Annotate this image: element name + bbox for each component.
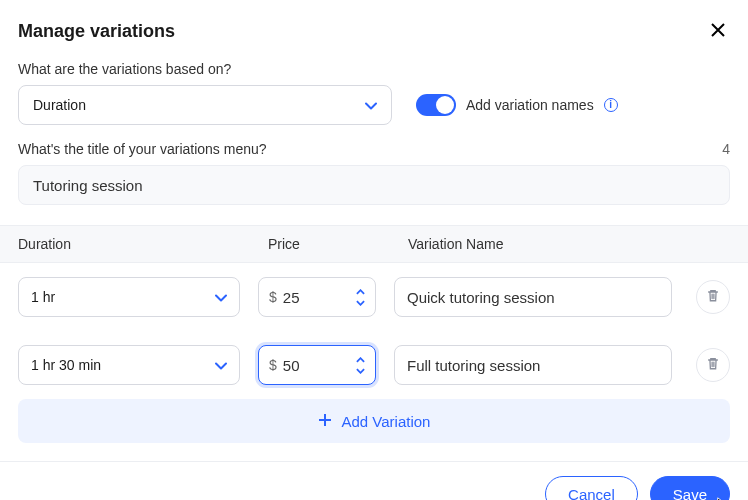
stepper-up-icon[interactable]	[353, 287, 367, 297]
duration-select[interactable]: 1 hr	[18, 277, 240, 317]
menu-title-input[interactable]	[18, 165, 730, 205]
trash-icon	[706, 288, 720, 306]
variations-table-header: Duration Price Variation Name	[0, 225, 748, 263]
delete-variation-button[interactable]	[696, 280, 730, 314]
close-icon	[710, 26, 726, 41]
price-input[interactable]	[283, 289, 333, 306]
basis-question-label: What are the variations based on?	[18, 61, 730, 77]
duration-select[interactable]: 1 hr 30 min	[18, 345, 240, 385]
cancel-button-label: Cancel	[568, 486, 615, 501]
stepper-up-icon[interactable]	[353, 355, 367, 365]
basis-select[interactable]: Duration	[18, 85, 392, 125]
duration-value: 1 hr	[31, 289, 55, 305]
price-field[interactable]: $	[258, 277, 376, 317]
cursor-icon	[715, 496, 733, 500]
variation-row: 1 hr$	[0, 263, 748, 331]
stepper-down-icon[interactable]	[353, 366, 367, 376]
save-button-label: Save	[673, 486, 707, 501]
chevron-down-icon	[215, 289, 227, 305]
menu-title-counter: 4	[722, 141, 730, 157]
add-variation-names-label: Add variation names	[466, 97, 594, 113]
menu-title-question-label: What's the title of your variations menu…	[18, 141, 267, 157]
col-duration: Duration	[18, 236, 256, 252]
currency-symbol: $	[269, 357, 277, 373]
variation-row: 1 hr 30 min$	[0, 331, 748, 399]
dialog-title: Manage variations	[18, 21, 175, 42]
price-field[interactable]: $	[258, 345, 376, 385]
price-stepper	[353, 287, 367, 308]
stepper-down-icon[interactable]	[353, 298, 367, 308]
info-icon[interactable]: i	[604, 98, 618, 112]
variation-name-input[interactable]	[394, 345, 672, 385]
add-variation-label: Add Variation	[342, 413, 431, 430]
chevron-down-icon	[365, 97, 377, 113]
chevron-down-icon	[215, 357, 227, 373]
delete-variation-button[interactable]	[696, 348, 730, 382]
price-input[interactable]	[283, 357, 333, 374]
add-variation-button[interactable]: Add Variation	[18, 399, 730, 443]
price-stepper	[353, 355, 367, 376]
save-button[interactable]: Save	[650, 476, 730, 500]
close-button[interactable]	[706, 18, 730, 45]
plus-icon	[318, 413, 332, 430]
trash-icon	[706, 356, 720, 374]
col-price: Price	[268, 236, 396, 252]
add-variation-names-toggle[interactable]	[416, 94, 456, 116]
currency-symbol: $	[269, 289, 277, 305]
col-name: Variation Name	[408, 236, 662, 252]
cancel-button[interactable]: Cancel	[545, 476, 638, 500]
variation-name-input[interactable]	[394, 277, 672, 317]
duration-value: 1 hr 30 min	[31, 357, 101, 373]
basis-select-value: Duration	[33, 97, 86, 113]
